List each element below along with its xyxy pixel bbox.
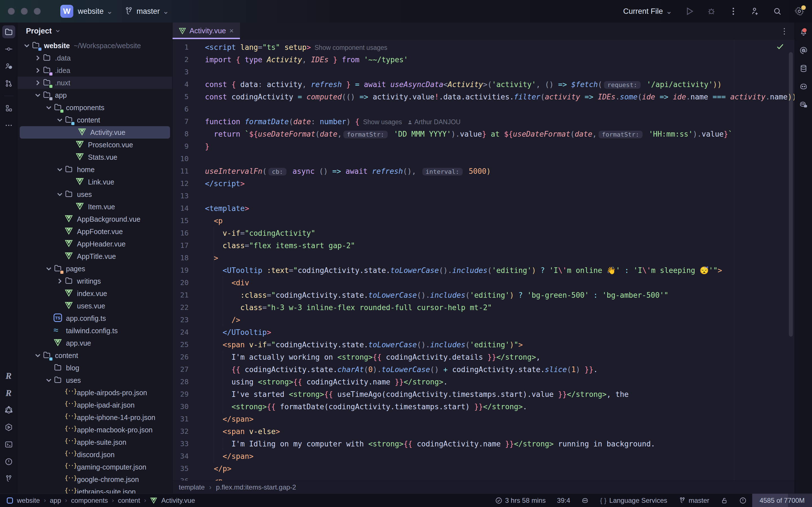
pull-requests-icon[interactable]: [2, 77, 15, 90]
status-crumb[interactable]: content: [118, 497, 140, 504]
line-number[interactable]: 11: [172, 165, 205, 177]
more-actions-button[interactable]: [728, 6, 738, 16]
line-number[interactable]: 20: [172, 277, 205, 289]
project-folder-icon[interactable]: [2, 25, 15, 38]
code-editor[interactable]: 1<script lang="ts" setup> Show component…: [172, 40, 795, 481]
line-number[interactable]: 14: [172, 202, 205, 215]
line-number[interactable]: 10: [172, 153, 205, 165]
close-tab-icon[interactable]: ×: [230, 26, 234, 35]
settings-button[interactable]: [795, 6, 804, 16]
run-configuration-selector[interactable]: Current File ⌄: [623, 7, 672, 16]
line-number[interactable]: 30: [172, 400, 205, 413]
graphql-icon[interactable]: [2, 404, 15, 416]
status-crumb[interactable]: components: [71, 497, 108, 504]
line-number[interactable]: 9: [172, 140, 205, 153]
problems-widget[interactable]: [733, 494, 752, 507]
ai-assistant-icon[interactable]: [797, 44, 810, 57]
run-button[interactable]: [684, 6, 694, 16]
close-window-button[interactable]: [8, 8, 15, 15]
tree-item-apptitle-vue[interactable]: AppTitle.vue: [17, 250, 172, 263]
line-number[interactable]: 22: [172, 301, 205, 314]
tree-item-apple-suite-json[interactable]: {··}apple-suite.json: [17, 436, 172, 448]
code-with-me-button[interactable]: [751, 6, 760, 16]
window-controls[interactable]: [8, 8, 41, 15]
tree-item-uses[interactable]: uses: [17, 188, 172, 201]
project-panel-header[interactable]: Project: [17, 22, 172, 40]
line-number[interactable]: 8: [172, 128, 205, 140]
terminal-icon[interactable]: [2, 438, 15, 451]
wakatime-widget[interactable]: 3 hrs 58 mins: [490, 494, 552, 507]
line-number[interactable]: 7: [172, 115, 205, 128]
line-number[interactable]: 13: [172, 190, 205, 202]
line-number[interactable]: 3: [172, 66, 205, 78]
project-switcher[interactable]: website ⌄: [78, 7, 113, 16]
branch-switcher[interactable]: master ⌄: [124, 6, 169, 16]
zoom-window-button[interactable]: [34, 8, 41, 15]
tree-item-app[interactable]: app: [17, 89, 172, 101]
tree-item-appheader-vue[interactable]: AppHeader.vue: [17, 238, 172, 250]
tree-item--data[interactable]: .data: [17, 52, 172, 64]
line-number[interactable]: 34: [172, 450, 205, 462]
tree-item-components[interactable]: components: [17, 101, 172, 114]
line-number[interactable]: 25: [172, 339, 205, 351]
chevron-right-icon[interactable]: [34, 66, 42, 75]
chevron-down-icon[interactable]: [45, 376, 53, 385]
line-number[interactable]: 26: [172, 351, 205, 363]
tree-item-content[interactable]: content: [17, 114, 172, 126]
chevron-down-icon[interactable]: [56, 190, 64, 199]
git-branch-widget[interactable]: master: [673, 494, 715, 507]
line-number[interactable]: 17: [172, 239, 205, 252]
status-crumb[interactable]: Activity.vue: [161, 497, 195, 504]
copilot-status-widget[interactable]: [576, 494, 594, 507]
tree-item-jetbrains-suite-json[interactable]: {··}jetbrains-suite.json: [17, 486, 172, 494]
chevron-down-icon[interactable]: [45, 103, 53, 112]
caret-position-widget[interactable]: 39:4: [552, 494, 576, 507]
tree-item--idea[interactable]: .idea: [17, 64, 172, 76]
tree-item-apple-airpods-pro-json[interactable]: {··}apple-airpods-pro.json: [17, 386, 172, 399]
line-number[interactable]: 35: [172, 462, 205, 475]
breadcrumb-template[interactable]: template: [179, 483, 205, 491]
code-vision-hint[interactable]: Show component usages: [311, 44, 388, 51]
line-number[interactable]: 33: [172, 438, 205, 450]
line-number[interactable]: 24: [172, 326, 205, 339]
line-number[interactable]: 5: [172, 91, 205, 103]
tree-item-uses-vue[interactable]: uses.vue: [17, 300, 172, 312]
tree-item-apple-ipad-air-json[interactable]: {··}apple-ipad-air.json: [17, 399, 172, 411]
tree-item-website[interactable]: website~/Workspace/website: [17, 40, 172, 52]
r-tool-2-icon[interactable]: R: [2, 386, 15, 399]
chevron-right-icon[interactable]: [34, 54, 42, 62]
line-number[interactable]: 32: [172, 425, 205, 438]
line-number[interactable]: 1: [172, 41, 205, 54]
line-number[interactable]: 27: [172, 363, 205, 376]
tree-item-blog[interactable]: blog: [17, 362, 172, 374]
memory-indicator[interactable]: 4585 of 7700M: [752, 494, 812, 507]
line-number[interactable]: 19: [172, 264, 205, 277]
line-number[interactable]: 18: [172, 252, 205, 264]
tree-item-writings[interactable]: writings: [17, 275, 172, 287]
code-vision-hint[interactable]: Show usages: [359, 118, 402, 126]
line-number[interactable]: 21: [172, 289, 205, 301]
more-icon[interactable]: [2, 119, 15, 132]
tree-item-content[interactable]: content: [17, 349, 172, 362]
search-everywhere-button[interactable]: [772, 6, 782, 16]
commit-icon[interactable]: [2, 43, 15, 55]
tree-item-apple-macbook-pro-json[interactable]: {··}apple-macbook-pro.json: [17, 424, 172, 436]
contributors-icon[interactable]: ?: [2, 60, 15, 73]
tree-item-home[interactable]: home: [17, 163, 172, 176]
tree-item-proseicon-vue[interactable]: ProseIcon.vue: [17, 138, 172, 151]
status-crumb[interactable]: app: [50, 497, 61, 504]
tree-item-index-vue[interactable]: index.vue: [17, 287, 172, 300]
chevron-down-icon[interactable]: [34, 91, 42, 100]
tree-item-activity-vue[interactable]: Activity.vue: [20, 126, 170, 138]
line-number[interactable]: 4: [172, 78, 205, 91]
chevron-right-icon[interactable]: [56, 277, 64, 285]
chevron-right-icon[interactable]: [34, 78, 42, 87]
copilot-chat-icon[interactable]: [797, 98, 810, 111]
editor-scrollbar[interactable]: [789, 52, 793, 337]
tree-item-app-config-ts[interactable]: TSapp.config.ts: [17, 312, 172, 325]
tree-item-item-vue[interactable]: Item.vue: [17, 201, 172, 213]
tree-item-app-vue[interactable]: app.vue: [17, 337, 172, 349]
line-number[interactable]: 29: [172, 388, 205, 400]
chevron-down-icon[interactable]: [22, 41, 31, 50]
database-icon[interactable]: [797, 62, 810, 75]
